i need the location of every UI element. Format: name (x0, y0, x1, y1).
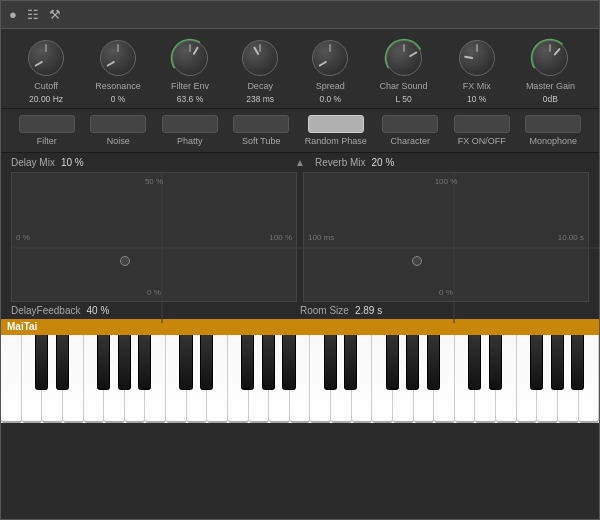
btn-label-filter: Filter (37, 136, 57, 146)
btn-group-random-phase: Random Phase (305, 115, 367, 146)
pads-header: Delay Mix 10 % ▲ Reverb Mix 20 % (1, 153, 599, 172)
delay-left-label: 0 % (16, 232, 30, 241)
knobs-section: Cutoff20.00 HzResonance0 %Filter Env63.6… (1, 29, 599, 109)
btn-group-noise: Noise (90, 115, 146, 146)
knob-label-cutoff: Cutoff (34, 81, 58, 92)
btn-group-monophone: Monophone (525, 115, 581, 146)
knob-resonance[interactable] (100, 40, 136, 76)
btn-label-fx-on-off: FX ON/OFF (458, 136, 506, 146)
black-key[interactable] (118, 335, 131, 390)
btn-label-noise: Noise (107, 136, 130, 146)
knob-value-master-gain: 0dB (543, 94, 558, 104)
delay-mix-label: Delay Mix (11, 157, 55, 168)
knob-value-spread: 0.0 % (319, 94, 341, 104)
delay-xy-pad[interactable]: 50 % 0 % 100 % 0 % (11, 172, 297, 302)
reverb-xy-pad[interactable]: 100 % 100 ms 10.00 s 0 % (303, 172, 589, 302)
delay-dot (120, 256, 130, 266)
knob-container-decay (239, 37, 281, 79)
btn-label-random-phase: Random Phase (305, 136, 367, 146)
black-key[interactable] (282, 335, 295, 390)
knob-master-gain[interactable] (532, 40, 568, 76)
reverb-bottom-label: 0 % (439, 288, 453, 297)
black-key[interactable] (530, 335, 543, 390)
knob-group-spread: Spread0.0 % (309, 37, 351, 104)
hierarchy-icon[interactable]: ☷ (27, 7, 39, 22)
black-key[interactable] (241, 335, 254, 390)
black-key[interactable] (386, 335, 399, 390)
btn-group-soft-tube: Soft Tube (233, 115, 289, 146)
black-key[interactable] (179, 335, 192, 390)
black-key[interactable] (262, 335, 275, 390)
knob-value-fx-mix: 10 % (467, 94, 486, 104)
knob-container-filter-env (169, 37, 211, 79)
reverb-left-label: 100 ms (308, 232, 334, 241)
knob-filter-env[interactable] (172, 40, 208, 76)
knob-char-sound[interactable] (386, 40, 422, 76)
collapse-arrow[interactable]: ▲ (295, 157, 305, 168)
toggle-btn-phatty[interactable] (162, 115, 218, 133)
reverb-header: Reverb Mix 20 % (315, 157, 589, 168)
black-key[interactable] (406, 335, 419, 390)
black-key[interactable] (344, 335, 357, 390)
black-key[interactable] (427, 335, 440, 390)
toggle-btn-noise[interactable] (90, 115, 146, 133)
buttons-section: FilterNoisePhattySoft TubeRandom PhaseCh… (1, 109, 599, 153)
black-key[interactable] (138, 335, 151, 390)
knob-value-decay: 238 ms (246, 94, 274, 104)
knob-group-cutoff: Cutoff20.00 Hz (25, 37, 67, 104)
knob-group-fx-mix: FX Mix10 % (456, 37, 498, 104)
knob-label-fx-mix: FX Mix (463, 81, 491, 92)
knob-cutoff[interactable] (28, 40, 64, 76)
knob-label-decay: Decay (247, 81, 273, 92)
black-key[interactable] (551, 335, 564, 390)
knob-label-spread: Spread (316, 81, 345, 92)
toggle-btn-fx-on-off[interactable] (454, 115, 510, 133)
white-key[interactable] (1, 335, 22, 423)
delay-top-label: 50 % (145, 177, 163, 186)
black-key[interactable] (324, 335, 337, 390)
toggle-btn-character[interactable] (382, 115, 438, 133)
delay-header: Delay Mix 10 % (11, 157, 285, 168)
black-key[interactable] (571, 335, 584, 390)
delay-mix-value: 10 % (61, 157, 84, 168)
black-key[interactable] (35, 335, 48, 390)
knob-group-filter-env: Filter Env63.6 % (169, 37, 211, 104)
piano-keyboard[interactable] (1, 335, 599, 423)
knob-decay[interactable] (242, 40, 278, 76)
maitai-label: MaiTai (7, 321, 37, 332)
black-key[interactable] (97, 335, 110, 390)
btn-label-character: Character (390, 136, 430, 146)
knob-label-master-gain: Master Gain (526, 81, 575, 92)
black-key[interactable] (489, 335, 502, 390)
knob-container-fx-mix (456, 37, 498, 79)
black-key[interactable] (56, 335, 69, 390)
toggle-btn-monophone[interactable] (525, 115, 581, 133)
knob-container-master-gain (529, 37, 571, 79)
reverb-right-label: 10.00 s (558, 232, 584, 241)
knob-group-resonance: Resonance0 % (95, 37, 141, 104)
knob-container-resonance (97, 37, 139, 79)
toggle-btn-soft-tube[interactable] (233, 115, 289, 133)
knob-value-char-sound: L 50 (395, 94, 411, 104)
knob-spread[interactable] (312, 40, 348, 76)
black-key[interactable] (468, 335, 481, 390)
knob-fx-mix[interactable] (459, 40, 495, 76)
clock-icon[interactable]: ● (9, 7, 17, 22)
knob-label-filter-env: Filter Env (171, 81, 209, 92)
reverb-top-label: 100 % (435, 177, 458, 186)
knob-container-cutoff (25, 37, 67, 79)
knob-group-char-sound: Char SoundL 50 (379, 37, 427, 104)
reverb-dot (412, 256, 422, 266)
reverb-mix-value: 20 % (372, 157, 395, 168)
knob-group-master-gain: Master Gain0dB (526, 37, 575, 104)
toggle-btn-random-phase[interactable] (308, 115, 364, 133)
btn-group-fx-on-off: FX ON/OFF (454, 115, 510, 146)
btn-label-phatty: Phatty (177, 136, 203, 146)
btn-label-soft-tube: Soft Tube (242, 136, 281, 146)
black-key[interactable] (200, 335, 213, 390)
knob-container-spread (309, 37, 351, 79)
wrench-icon[interactable]: ⚒ (49, 7, 61, 22)
toggle-btn-filter[interactable] (19, 115, 75, 133)
knob-value-cutoff: 20.00 Hz (29, 94, 63, 104)
delay-right-label: 100 % (269, 232, 292, 241)
